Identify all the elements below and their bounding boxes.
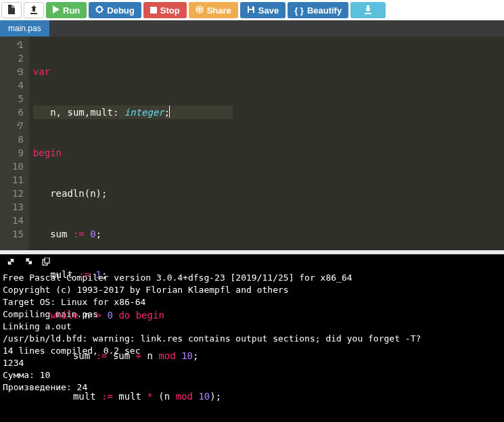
tab-main-pas[interactable]: main.pas (0, 20, 49, 37)
gutter-line: 2 (12, 51, 24, 65)
gutter-line: 1▾ (12, 38, 24, 51)
gutter-line: 11 (12, 173, 24, 187)
gutter-line: 8 (12, 133, 24, 146)
share-button[interactable]: Share (189, 2, 238, 18)
download-icon (364, 5, 372, 16)
gutter-line: 9 (12, 146, 24, 160)
beautify-label: Beautify (307, 5, 342, 16)
share-icon (196, 5, 204, 16)
gutter-line: 14 (12, 214, 24, 227)
gutter-line: 6 (12, 106, 24, 119)
run-label: Run (63, 5, 80, 16)
tab-label: main.pas (8, 24, 41, 33)
gutter-line: 3▾ (12, 65, 24, 78)
share-label: Share (207, 5, 231, 16)
gutter-line: 7▾ (12, 119, 24, 133)
stop-icon (150, 5, 157, 16)
upload-icon (30, 5, 38, 16)
text-cursor (169, 106, 170, 118)
stop-button[interactable]: Stop (143, 2, 187, 18)
code-editor[interactable]: 1▾23▾4567▾89101112131415 var n, sum,mult… (0, 37, 504, 250)
save-button[interactable]: Save (240, 2, 285, 18)
upload-button[interactable] (24, 2, 44, 18)
braces-icon: { } (294, 5, 304, 16)
toolbar: Run Debug Stop Share Save { } Beautify (0, 0, 504, 20)
tab-bar: main.pas (0, 20, 504, 37)
play-icon (53, 5, 60, 16)
fold-marker-icon[interactable]: ▾ (14, 41, 20, 47)
gutter-line: 13 (12, 200, 24, 214)
file-icon (7, 5, 16, 16)
collapse-icon[interactable] (7, 258, 15, 268)
debug-label: Debug (107, 5, 134, 16)
gutter-line: 4 (12, 78, 24, 92)
debug-button[interactable]: Debug (89, 2, 141, 18)
debug-icon (95, 5, 104, 16)
stop-label: Stop (160, 5, 180, 16)
download-button[interactable] (350, 2, 386, 18)
fold-marker-icon[interactable]: ▾ (14, 122, 20, 128)
new-file-button[interactable] (1, 2, 22, 18)
gutter-line: 5 (12, 92, 24, 106)
code-area[interactable]: var n, sum,mult: integer; begin readln(n… (29, 37, 237, 250)
expand-icon[interactable] (24, 258, 32, 268)
run-button[interactable]: Run (46, 2, 87, 18)
gutter-line: 10 (12, 160, 24, 173)
svg-rect-1 (150, 7, 157, 14)
svg-rect-3 (249, 10, 253, 13)
save-icon (247, 5, 255, 16)
svg-rect-2 (249, 6, 252, 9)
beautify-button[interactable]: { } Beautify (288, 2, 348, 18)
fold-marker-icon[interactable]: ▾ (14, 68, 20, 74)
gutter: 1▾23▾4567▾89101112131415 (0, 37, 29, 250)
save-label: Save (258, 5, 279, 16)
gutter-line: 12 (12, 187, 24, 200)
gutter-line: 15 (12, 227, 24, 241)
